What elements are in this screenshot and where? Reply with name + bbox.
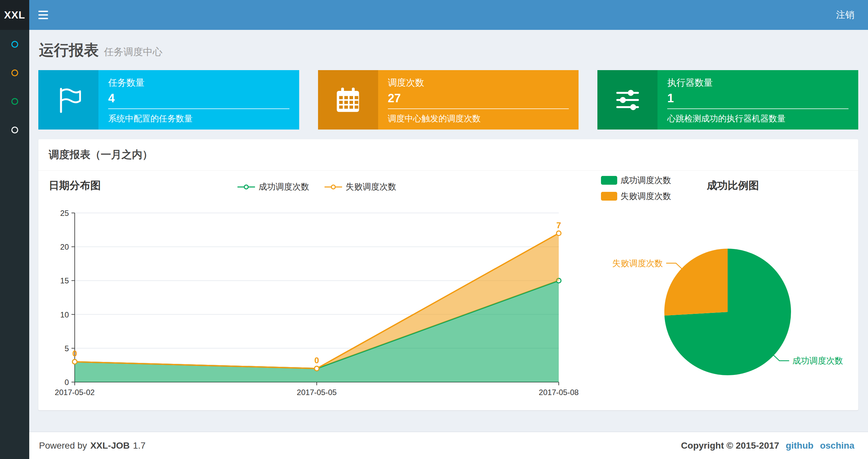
stat-footer: 系统中配置的任务数量 xyxy=(108,108,289,124)
page-title: 运行报表 xyxy=(39,40,99,60)
date-distribution-section: 日期分布图 成功调度次数失败调度次数 05101520252017-05-022… xyxy=(38,171,587,411)
svg-text:15: 15 xyxy=(60,276,69,285)
pie-legend: 成功调度次数失败调度次数 xyxy=(601,175,671,202)
legend-label: 成功调度次数 xyxy=(620,175,671,186)
content-header: 运行报表 任务调度中心 xyxy=(39,40,858,60)
footer-right: Copyright © 2015-2017 github oschina xyxy=(681,440,855,451)
stat-footer: 调度中心触发的调度次数 xyxy=(388,108,569,124)
top-navbar: XXL 注销 xyxy=(0,0,868,30)
stat-box-trigger-count: 调度次数 27 调度中心触发的调度次数 xyxy=(318,70,579,130)
main-area: 运行报表 任务调度中心 任务数量 4 xyxy=(0,30,868,459)
date-distribution-chart: 05101520252017-05-022017-05-052017-05-08… xyxy=(38,198,587,413)
stat-content: 执行器数量 1 心跳检测成功的执行器机器数量 xyxy=(657,70,858,130)
logo[interactable]: XXL xyxy=(0,0,29,30)
powered-by-text: Powered by xyxy=(39,440,87,451)
line-marker-icon xyxy=(237,184,255,190)
svg-text:10: 10 xyxy=(60,310,69,319)
report-panel: 调度报表（一月之内） 日期分布图 成功调度次数失败调度次数 0510152025… xyxy=(38,139,858,410)
product-name: XXL-JOB xyxy=(90,440,130,451)
stat-content: 调度次数 27 调度中心触发的调度次数 xyxy=(378,70,579,130)
stat-desc: 系统中配置的任务数量 xyxy=(108,113,289,124)
panel-title: 调度报表（一月之内） xyxy=(38,139,858,171)
circle-o-icon xyxy=(11,98,18,105)
oschina-link[interactable]: oschina xyxy=(820,440,855,451)
legend-item-fail[interactable]: 失败调度次数 xyxy=(601,191,671,202)
success-ratio-pie: 成功调度次数失败调度次数 xyxy=(598,213,858,411)
stat-label: 执行器数量 xyxy=(667,76,848,89)
stat-value: 27 xyxy=(388,92,569,105)
pie-label-line xyxy=(773,355,789,361)
sidebar-item-report[interactable] xyxy=(0,30,29,59)
success-ratio-section: 成功调度次数失败调度次数 成功比例图 成功调度次数失败调度次数 xyxy=(598,171,858,411)
app-root: XXL 注销 运行报表 任务调度中心 xyxy=(0,0,868,459)
legend-item-success[interactable]: 成功调度次数 xyxy=(601,175,671,186)
svg-text:0: 0 xyxy=(314,356,319,365)
stat-value: 1 xyxy=(667,92,848,105)
line-marker-icon xyxy=(324,184,342,190)
legend-swatch-icon xyxy=(601,192,617,201)
copyright-text: Copyright © 2015-2017 xyxy=(681,440,779,451)
stat-desc: 调度中心触发的调度次数 xyxy=(388,113,569,124)
sidebar-item-jobinfo[interactable] xyxy=(0,59,29,87)
footer-left: Powered by XXL-JOB 1.7 xyxy=(39,440,146,451)
circle-o-icon xyxy=(11,127,18,133)
legend-label: 成功调度次数 xyxy=(258,181,309,193)
sidebar-item-joblog[interactable] xyxy=(0,87,29,116)
data-point xyxy=(556,231,561,236)
circle-o-icon xyxy=(11,69,18,76)
version-text: 1.7 xyxy=(133,440,146,451)
panel-body: 日期分布图 成功调度次数失败调度次数 05101520252017-05-022… xyxy=(38,171,858,411)
right-column: 运行报表 任务调度中心 任务数量 4 xyxy=(29,30,868,459)
sidebar-item-group[interactable] xyxy=(0,116,29,144)
stat-box-job-count: 任务数量 4 系统中配置的任务数量 xyxy=(38,70,299,130)
svg-text:20: 20 xyxy=(60,242,69,251)
legend-swatch-icon xyxy=(601,176,617,185)
svg-text:2017-05-02: 2017-05-02 xyxy=(55,388,95,397)
stat-label: 任务数量 xyxy=(108,76,289,89)
flag-icon xyxy=(38,70,98,130)
stat-desc: 心跳检测成功的执行器机器数量 xyxy=(667,113,848,124)
legend-item-fail[interactable]: 失败调度次数 xyxy=(324,181,396,193)
legend-label: 失败调度次数 xyxy=(346,181,396,193)
legend-label: 失败调度次数 xyxy=(620,191,671,202)
data-point xyxy=(314,366,319,371)
stat-value: 4 xyxy=(108,92,289,105)
page-subtitle: 任务调度中心 xyxy=(104,45,162,59)
github-link[interactable]: github xyxy=(786,440,814,451)
stat-box-executor-count: 执行器数量 1 心跳检测成功的执行器机器数量 xyxy=(597,70,858,130)
sidebar-menu xyxy=(0,30,29,459)
svg-text:0: 0 xyxy=(72,349,77,358)
footer: Powered by XXL-JOB 1.7 Copyright © 2015-… xyxy=(29,432,868,459)
svg-text:7: 7 xyxy=(556,221,561,230)
stat-content: 任务数量 4 系统中配置的任务数量 xyxy=(98,70,299,130)
calendar-icon xyxy=(318,70,378,130)
content: 运行报表 任务调度中心 任务数量 4 xyxy=(29,30,868,432)
svg-text:5: 5 xyxy=(65,344,69,353)
sliders-icon xyxy=(597,70,657,130)
sidebar-toggle-button[interactable] xyxy=(29,0,57,30)
line-legend: 成功调度次数失败调度次数 xyxy=(237,181,396,193)
pie-slice-label: 成功调度次数 xyxy=(792,356,843,365)
logout-link[interactable]: 注销 xyxy=(823,0,868,30)
data-point xyxy=(72,359,77,364)
pie-slice-label: 失败调度次数 xyxy=(612,258,663,268)
svg-text:2017-05-08: 2017-05-08 xyxy=(539,388,579,397)
pie-label-line xyxy=(666,263,682,269)
svg-text:2017-05-05: 2017-05-05 xyxy=(297,388,337,397)
hamburger-icon xyxy=(38,11,48,19)
svg-text:0: 0 xyxy=(65,378,69,387)
stat-label: 调度次数 xyxy=(388,76,569,89)
line-chart-title: 日期分布图 xyxy=(49,178,101,193)
circle-o-icon xyxy=(11,41,18,48)
pie-chart-title: 成功比例图 xyxy=(707,178,759,193)
stat-footer: 心跳检测成功的执行器机器数量 xyxy=(667,108,848,124)
pie-slice-fail: 失败调度次数 xyxy=(612,249,728,316)
legend-item-success[interactable]: 成功调度次数 xyxy=(237,181,309,193)
svg-text:25: 25 xyxy=(60,209,69,218)
stat-row: 任务数量 4 系统中配置的任务数量 xyxy=(38,70,858,130)
